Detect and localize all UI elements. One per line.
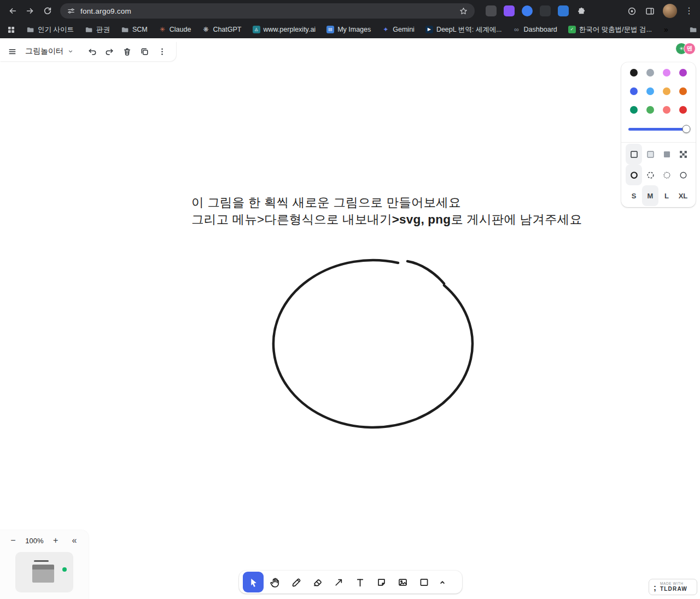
canvas-instruction-text[interactable]: 이 그림을 한 획씩 새로운 그림으로 만들어보세요 그리고 메뉴>다른형식으로… xyxy=(191,195,582,228)
back-button[interactable] xyxy=(4,3,21,19)
bookmark-item[interactable]: ✳ Claude xyxy=(154,24,196,36)
bookmark-item[interactable]: ✓ 한국어 맞춤법/문법 검... xyxy=(563,23,657,37)
color-light-green[interactable] xyxy=(642,101,658,119)
tool-note[interactable] xyxy=(371,572,392,592)
dash-draw-button[interactable] xyxy=(626,165,642,185)
extension-icon[interactable] xyxy=(540,5,551,16)
delete-button[interactable] xyxy=(118,43,136,60)
fill-pattern-button[interactable] xyxy=(675,144,691,165)
made-with-tldraw-badge[interactable]: ; MADE WITH TLDRAW xyxy=(649,579,697,595)
more-menu-button[interactable] xyxy=(153,43,171,60)
color-orange[interactable] xyxy=(675,82,691,101)
opacity-slider-track[interactable] xyxy=(628,128,689,131)
bookmark-item[interactable]: ▤ My Images xyxy=(322,24,376,36)
tool-arrow[interactable] xyxy=(328,572,349,592)
pencil-icon xyxy=(290,577,302,588)
color-red[interactable] xyxy=(675,101,691,119)
redo-button[interactable] xyxy=(101,43,118,60)
fill-semi-button[interactable] xyxy=(642,144,658,165)
bookmarks-overflow-button[interactable]: » xyxy=(659,23,673,36)
bookmark-item[interactable]: ∞ Dashboard xyxy=(508,24,562,36)
browser-menu-button[interactable]: ⋮ xyxy=(685,7,693,15)
minimap-drawing-shape xyxy=(32,565,54,583)
zoom-out-button[interactable]: − xyxy=(7,534,20,547)
color-violet[interactable] xyxy=(675,63,691,82)
tool-eraser[interactable] xyxy=(307,572,328,592)
bookmark-item[interactable]: 인기 사이트 xyxy=(21,23,79,37)
color-yellow[interactable] xyxy=(658,82,675,101)
color-light-blue[interactable] xyxy=(642,82,658,101)
presence-avatars: ✳ 덴 xyxy=(675,43,696,55)
bookmark-star-icon[interactable] xyxy=(459,7,468,16)
color-light-red[interactable] xyxy=(658,101,675,119)
profile-avatar[interactable] xyxy=(663,4,677,18)
site-controls-icon[interactable] xyxy=(67,7,75,15)
color-light-violet[interactable] xyxy=(658,63,675,82)
apps-grid-icon[interactable] xyxy=(7,25,16,34)
extension-icon[interactable] xyxy=(504,5,515,16)
size-l-button[interactable]: L xyxy=(658,185,675,206)
note-icon xyxy=(376,577,387,588)
reload-button[interactable] xyxy=(39,3,56,19)
tool-draw[interactable] xyxy=(285,572,306,592)
size-s-button[interactable]: S xyxy=(626,185,642,206)
drawing-canvas-page[interactable]: 이 그림을 한 획씩 새로운 그림으로 만들어보세요 그리고 메뉴>다른형식으로… xyxy=(0,38,700,599)
color-blue[interactable] xyxy=(626,82,642,101)
duplicate-button[interactable] xyxy=(136,43,153,60)
fill-none-button[interactable] xyxy=(626,144,642,165)
color-black[interactable] xyxy=(626,63,642,82)
color-grey[interactable] xyxy=(642,63,658,82)
deepl-favicon-icon: ▶ xyxy=(425,26,433,33)
bookmark-item[interactable]: 판권 xyxy=(80,23,115,37)
color-green[interactable] xyxy=(626,101,642,119)
fill-solid-button[interactable] xyxy=(658,144,675,165)
bookmark-item[interactable]: ✦ Gemini xyxy=(377,24,419,36)
collapse-panel-button[interactable]: « xyxy=(68,534,81,547)
tool-select[interactable] xyxy=(243,572,264,592)
bookmark-label: 판권 xyxy=(96,25,110,34)
zoom-in-button[interactable]: + xyxy=(49,534,62,547)
style-panel: S M L XL xyxy=(621,62,696,207)
main-menu-button[interactable] xyxy=(3,43,21,60)
bookmark-item[interactable]: ◬ www.perplexity.ai xyxy=(248,24,321,36)
more-tools-button[interactable] xyxy=(435,572,450,592)
extension-icon[interactable] xyxy=(522,5,533,16)
reload-icon xyxy=(43,6,52,16)
url-text[interactable]: font.argo9.com xyxy=(80,7,454,15)
bookmark-item[interactable]: ▶ DeepL 번역: 세계에... xyxy=(421,23,507,37)
dash-dashed-button[interactable] xyxy=(642,165,658,185)
address-bar[interactable]: font.argo9.com xyxy=(60,3,475,19)
freehand-circle-drawing[interactable] xyxy=(0,38,700,599)
undo-button[interactable] xyxy=(83,43,101,60)
minimap[interactable] xyxy=(15,552,73,592)
tools-toolbar xyxy=(239,571,462,594)
extension-icon[interactable] xyxy=(486,5,497,16)
all-bookmarks-button[interactable]: 모든 북마크 xyxy=(684,23,700,37)
side-panel-icon[interactable] xyxy=(645,6,655,16)
size-m-button[interactable]: M xyxy=(642,185,658,206)
bookmark-item[interactable]: SCM xyxy=(116,24,153,36)
zoom-level[interactable]: 100% xyxy=(25,537,43,545)
tool-hand[interactable] xyxy=(264,572,285,592)
forward-button[interactable] xyxy=(22,3,38,19)
extension-icon[interactable] xyxy=(558,5,569,16)
tool-asset[interactable] xyxy=(392,572,413,592)
browser-toolbar: font.argo9.com ⋮ xyxy=(0,0,700,22)
bookmark-label: SCM xyxy=(132,26,148,33)
panel-divider xyxy=(621,142,696,143)
tool-rectangle[interactable] xyxy=(413,572,434,592)
cast-icon[interactable] xyxy=(627,6,637,16)
undo-icon xyxy=(87,46,97,57)
opacity-slider[interactable] xyxy=(626,119,691,139)
opacity-slider-knob[interactable] xyxy=(682,125,690,133)
perplexity-favicon-icon: ◬ xyxy=(253,26,260,33)
extensions-puzzle-icon[interactable] xyxy=(576,6,586,16)
user-avatar-badge[interactable]: 덴 xyxy=(684,43,696,55)
dash-dotted-button[interactable] xyxy=(658,165,675,185)
tool-text[interactable] xyxy=(349,572,370,592)
bookmark-item[interactable]: ❋ ChatGPT xyxy=(197,24,246,36)
instruction-line-2: 그리고 메뉴>다른형식으로 내보내기>svg, png로 게시판에 남겨주세요 xyxy=(191,212,582,228)
document-title-button[interactable]: 그림놀이터 xyxy=(21,43,79,60)
dash-solid-button[interactable] xyxy=(675,165,691,185)
size-xl-button[interactable]: XL xyxy=(675,185,691,206)
